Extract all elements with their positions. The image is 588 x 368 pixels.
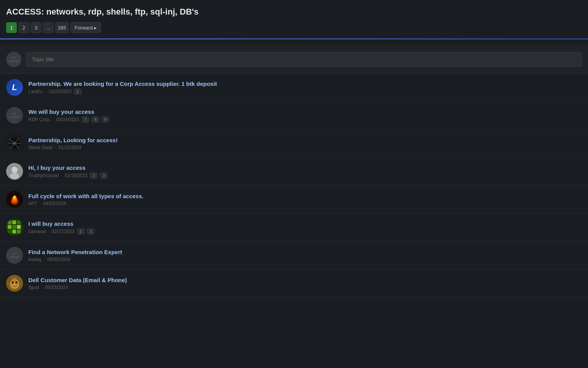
svg-rect-18 — [12, 225, 16, 229]
svg-point-27 — [12, 282, 13, 283]
meta-sep: · — [44, 257, 45, 262]
topic-list: L Partnership. We are looking for a Corp… — [0, 74, 588, 297]
topic-title: Dell Customer Data (Email & Phone) — [28, 277, 582, 283]
topic-author: RDP Corp. — [28, 117, 51, 122]
page-tag[interactable]: 7 — [82, 117, 89, 123]
pagination: 1 2 3 ... 285 Forward ▸ — [0, 22, 588, 38]
meta-sep: · — [55, 145, 56, 150]
list-item[interactable]: NOAVATAR Find a Network Penetration Expe… — [0, 242, 588, 269]
topic-author: liuxing — [28, 257, 41, 262]
page-tag[interactable]: 8 — [91, 117, 99, 123]
meta-sep: · — [41, 285, 42, 290]
topic-author: LastKo — [28, 89, 42, 94]
topic-author: TrudnyiVozrast — [28, 173, 59, 178]
page-ellipsis-button[interactable]: ... — [43, 22, 54, 33]
topic-title: Partnership. We are looking for a Corp A… — [28, 80, 582, 87]
svg-point-28 — [16, 282, 17, 283]
svg-rect-19 — [17, 225, 21, 229]
avatar: NOAVATAR — [6, 247, 23, 264]
topic-meta: RDP Corp. · 03/24/2021 7 8 9 — [28, 117, 582, 123]
meta-sep: · — [39, 201, 41, 206]
list-item[interactable]: NOAVATAR We will buy your access RDP Cor… — [0, 102, 588, 130]
topic-content: Full cycle of work with all types of acc… — [28, 193, 582, 206]
topic-date: 01/13/2024 — [59, 145, 82, 150]
svg-point-7 — [10, 173, 19, 179]
topic-date: 01/18/2022 — [65, 173, 88, 178]
avatar — [6, 163, 23, 180]
list-item[interactable]: Dell Customer Data (Email & Phone) Spud … — [0, 269, 588, 297]
page-tag[interactable]: 2 — [74, 89, 82, 95]
topic-meta: LastKo · 10/22/2023 2 — [28, 89, 582, 95]
meta-sep: · — [61, 173, 62, 178]
svg-rect-17 — [8, 225, 11, 229]
topic-date: 06/05/2024 — [47, 257, 70, 262]
list-item[interactable]: Partnership, Looking for access! Stone G… — [0, 130, 588, 158]
topic-author: Stone Gaze — [28, 145, 52, 150]
page-285-button[interactable]: 285 — [55, 22, 69, 33]
topic-meta: Spud · 05/23/2024 — [28, 285, 582, 290]
svg-rect-16 — [17, 220, 21, 224]
svg-rect-21 — [12, 230, 16, 233]
topic-title: Full cycle of work with all types of acc… — [28, 193, 582, 199]
svg-rect-22 — [17, 230, 21, 233]
topic-author: Spud — [28, 285, 39, 290]
topic-title: Hi, I buy your access — [28, 164, 582, 171]
page-1-button[interactable]: 1 — [6, 22, 17, 33]
page-3-button[interactable]: 3 — [31, 22, 41, 33]
topic-title-input[interactable] — [26, 52, 582, 67]
topic-meta: APT · 04/03/2024 — [28, 201, 582, 206]
list-item[interactable]: L Partnership. We are looking for a Corp… — [0, 74, 588, 102]
topic-content: Find a Network Penetration Expert liuxin… — [28, 249, 582, 262]
topic-title: Partnership, Looking for access! — [28, 137, 582, 143]
meta-sep: · — [48, 229, 49, 234]
list-item[interactable]: Hi, I buy your access TrudnyiVozrast · 0… — [0, 158, 588, 186]
topic-title: I will buy access — [28, 220, 582, 227]
topic-date: 03/24/2021 — [56, 117, 79, 122]
user-avatar-placeholder: NOAVATAR — [6, 52, 21, 67]
page-tag[interactable]: 3 — [100, 172, 108, 179]
topic-meta: carnaval · 02/27/2023 2 3 — [28, 228, 582, 235]
avatar — [6, 135, 23, 152]
topic-title: Find a Network Penetration Expert — [28, 249, 582, 255]
topic-content: I will buy access carnaval · 02/27/2023 … — [28, 220, 582, 235]
meta-sep: · — [45, 89, 46, 94]
topic-content: Partnership, Looking for access! Stone G… — [28, 137, 582, 150]
svg-rect-20 — [8, 230, 11, 233]
avatar — [6, 219, 23, 236]
topic-date: 05/23/2024 — [45, 285, 68, 290]
new-topic-row: NOAVATAR — [0, 46, 588, 74]
svg-point-3 — [14, 143, 16, 145]
page-2-button[interactable]: 2 — [18, 22, 29, 33]
svg-rect-14 — [8, 220, 11, 224]
svg-point-12 — [14, 196, 15, 198]
list-item[interactable]: Full cycle of work with all types of acc… — [0, 186, 588, 214]
topic-content: Partnership. We are looking for a Corp A… — [28, 80, 582, 95]
topic-meta: liuxing · 06/05/2024 — [28, 257, 582, 262]
page-tag[interactable]: 3 — [87, 228, 95, 235]
svg-rect-15 — [12, 220, 16, 224]
page-title: ACCESS: networks, rdp, shells, ftp, sql-… — [0, 0, 588, 22]
page-tag[interactable]: 2 — [77, 228, 85, 235]
avatar: NOAVATAR — [6, 107, 23, 124]
forward-button[interactable]: Forward ▸ — [70, 22, 101, 33]
topic-date: 04/03/2024 — [43, 201, 66, 206]
list-item[interactable]: I will buy access carnaval · 02/27/2023 … — [0, 214, 588, 242]
topic-meta: Stone Gaze · 01/13/2024 — [28, 145, 582, 150]
svg-point-29 — [12, 278, 17, 282]
topic-author: carnaval — [28, 229, 46, 234]
topic-meta: TrudnyiVozrast · 01/18/2022 2 3 — [28, 172, 582, 179]
meta-sep: · — [53, 117, 54, 122]
avatar — [6, 275, 23, 292]
topic-content: Hi, I buy your access TrudnyiVozrast · 0… — [28, 164, 582, 179]
avatar: L — [6, 79, 23, 96]
topic-date: 02/27/2023 — [52, 229, 75, 234]
topic-content: Dell Customer Data (Email & Phone) Spud … — [28, 277, 582, 290]
avatar — [6, 191, 23, 208]
svg-point-6 — [11, 167, 18, 173]
page-tag[interactable]: 2 — [90, 172, 98, 179]
page-tag[interactable]: 9 — [101, 117, 109, 123]
topic-author: APT — [28, 201, 37, 206]
topic-content: We will buy your access RDP Corp. · 03/2… — [28, 108, 582, 123]
topic-date: 10/22/2023 — [49, 89, 72, 94]
topic-title: We will buy your access — [28, 108, 582, 115]
